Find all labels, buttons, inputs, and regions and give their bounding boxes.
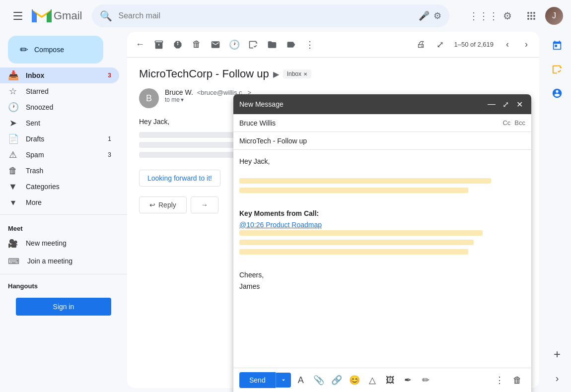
compose-close-button[interactable]: ✕ <box>513 98 525 110</box>
compose-bcc-label[interactable]: Bcc <box>514 119 525 127</box>
photo-button[interactable]: 🖼 <box>382 372 398 388</box>
sidebar-item-inbox-label: Inbox <box>26 71 100 79</box>
svg-point-3 <box>530 12 532 14</box>
rs-add-icon[interactable]: + <box>547 344 567 364</box>
format-text-button[interactable]: A <box>293 372 309 388</box>
move-to-button[interactable] <box>263 36 281 54</box>
insert-signature-button[interactable]: ✒ <box>400 372 416 388</box>
reply-button[interactable]: ↩ Reply <box>139 196 187 213</box>
back-button[interactable]: ← <box>131 36 149 54</box>
sidebar-item-categories-label: Categories <box>26 183 111 191</box>
add-task-button[interactable] <box>244 36 262 54</box>
send-dropdown-button[interactable] <box>276 373 291 388</box>
svg-point-9 <box>530 18 532 20</box>
compose-signature: James <box>239 281 525 292</box>
compose-minimize-button[interactable]: — <box>486 98 498 110</box>
compose-body-content[interactable]: Hey Jack, Key Moments from Call: @10:26 … <box>239 156 525 292</box>
report-spam-button[interactable] <box>169 36 187 54</box>
sidebar-item-sent-label: Sent <box>26 119 111 127</box>
reply-icon: ↩ <box>149 201 155 209</box>
svg-point-8 <box>527 18 529 20</box>
sidebar-item-categories[interactable]: ▼ Categories <box>0 179 119 195</box>
archive-button[interactable] <box>150 36 168 54</box>
email-subject-line: MicroTechCorp - Follow up ▶ Inbox ✕ <box>139 67 527 80</box>
rs-calendar-icon[interactable] <box>547 36 567 56</box>
looking-forward-chip[interactable]: Looking forward to it! <box>139 170 220 187</box>
compose-header[interactable]: New Message — ⤢ ✕ <box>233 94 531 114</box>
email-toolbar: ← 🗑 🕐 ⋮ 🖨 ⤢ 1–50 <box>127 32 539 58</box>
sidebar-item-starred[interactable]: ☆ Starred <box>0 83 119 99</box>
user-avatar[interactable]: J <box>545 7 563 25</box>
sidebar-item-new-meeting[interactable]: 🎥 New meeting <box>0 234 127 252</box>
snooze-button[interactable]: 🕐 <box>225 36 243 54</box>
next-page-button[interactable]: › <box>517 36 535 54</box>
sidebar-item-starred-label: Starred <box>26 87 111 95</box>
forward-button[interactable]: → <box>191 196 218 213</box>
google-apps-icon[interactable] <box>521 6 541 26</box>
prev-page-button[interactable]: ‹ <box>499 36 516 54</box>
compose-title: New Message <box>239 100 486 108</box>
to-me-expand-icon[interactable]: ▾ <box>181 96 184 103</box>
sidebar-item-inbox[interactable]: 📥 Inbox 3 <box>0 67 119 83</box>
svg-point-10 <box>533 18 535 20</box>
drive-button[interactable]: △ <box>364 372 380 388</box>
settings-icon[interactable]: ⚙ <box>498 6 517 26</box>
expand-button[interactable]: ⤢ <box>431 36 449 54</box>
apps-icon[interactable]: ⋮⋮⋮ <box>474 6 494 26</box>
search-settings-icon[interactable]: ⚙ <box>433 10 441 21</box>
pagination-label: 1–50 of 2,619 <box>454 41 494 48</box>
compose-expand-button[interactable]: ⤢ <box>500 98 511 110</box>
emoji-button[interactable]: 😊 <box>347 372 362 388</box>
inbox-tag: Inbox ✕ <box>283 69 311 78</box>
attach-button[interactable]: 📎 <box>311 372 327 388</box>
discard-button[interactable]: 🗑 <box>509 372 525 388</box>
compose-subject-input[interactable] <box>239 137 525 145</box>
send-button[interactable]: Send <box>239 372 276 388</box>
sidebar-item-snoozed[interactable]: 🕐 Snoozed <box>0 99 119 115</box>
sign-in-button[interactable]: Sign in <box>16 298 111 316</box>
search-voice-icon[interactable]: 🎤 <box>419 10 429 21</box>
draft-icon: 📄 <box>8 133 18 144</box>
spam-badge: 3 <box>108 151 111 158</box>
sidebar-item-trash[interactable]: 🗑 Trash <box>0 163 119 179</box>
rs-contacts-icon[interactable] <box>547 83 567 103</box>
compose-to-input[interactable] <box>239 119 502 127</box>
compose-body-line-2 <box>239 188 468 193</box>
insert-link-button[interactable]: 🔗 <box>329 372 345 388</box>
subject-forward-icon[interactable]: ▶ <box>273 69 279 79</box>
sidebar-item-join-meeting[interactable]: ⌨ Join a meeting <box>0 252 127 270</box>
compose-footer: Send A 📎 🔗 😊 △ 🖼 ✒ ✏ ⋮ 🗑 <box>233 368 531 392</box>
search-right: 🎤 ⚙ <box>415 10 441 21</box>
more-options-footer-button[interactable]: ⋮ <box>492 372 507 388</box>
label-button[interactable] <box>282 36 300 54</box>
compose-body-line-4 <box>239 240 474 245</box>
sidebar-item-spam[interactable]: ⚠ Spam 3 <box>0 147 119 163</box>
pencil-button[interactable]: ✏ <box>418 372 434 388</box>
sidebar-item-more[interactable]: ▾ More <box>0 195 119 210</box>
search-bar[interactable]: 🔍 🎤 ⚙ <box>92 4 449 27</box>
rs-tasks-icon[interactable] <box>547 60 567 79</box>
compose-link[interactable]: @10:26 Product Roadmap <box>239 221 322 229</box>
sidebar-item-sent[interactable]: ➤ Sent <box>0 115 119 131</box>
send-icon: ➤ <box>8 118 18 129</box>
trash-icon: 🗑 <box>8 166 18 176</box>
compose-body[interactable]: Hey Jack, Key Moments from Call: @10:26 … <box>233 150 531 368</box>
inbox-tag-close[interactable]: ✕ <box>303 71 307 77</box>
sidebar-divider-2 <box>0 274 127 274</box>
mark-unread-button[interactable] <box>207 36 224 54</box>
search-input[interactable] <box>118 11 415 20</box>
sidebar-item-drafts[interactable]: 📄 Drafts 1 <box>0 131 119 147</box>
compose-to-field[interactable]: Cc Bcc <box>233 114 531 132</box>
meet-section-label: Meet <box>0 219 127 234</box>
menu-icon[interactable] <box>8 6 28 26</box>
sender-name-text: Bruce W. <box>165 88 193 96</box>
compose-subject-field[interactable] <box>233 132 531 150</box>
print-button[interactable]: 🖨 <box>412 36 430 54</box>
delete-button[interactable]: 🗑 <box>188 36 206 54</box>
more-options-button[interactable]: ⋮ <box>301 36 319 54</box>
compose-cc-label[interactable]: Cc <box>502 119 510 127</box>
inbox-tag-text: Inbox <box>287 70 301 77</box>
compose-key-moments-label: Key Moments from Call: <box>239 208 525 219</box>
compose-button[interactable]: ✏ Compose <box>8 36 103 64</box>
rs-chevron-icon[interactable]: › <box>547 368 567 388</box>
